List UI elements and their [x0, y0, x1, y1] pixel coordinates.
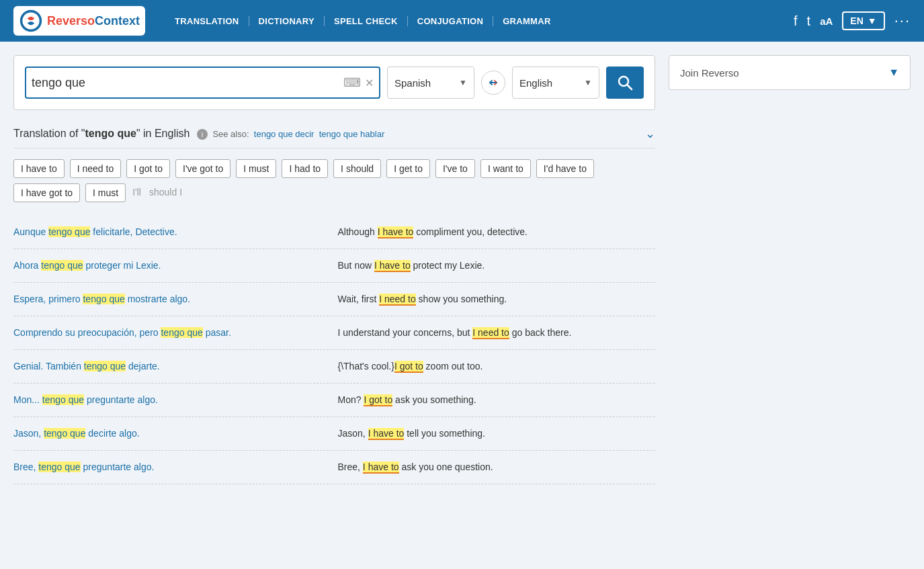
target-lang-arrow: ▼ — [584, 78, 592, 87]
translation-title: Translation of "tengo que" in English i … — [13, 128, 384, 140]
tag-id-have-to[interactable]: I'd have to — [536, 159, 594, 178]
table-row: Mon... tengo que preguntarte algo. Mon? … — [13, 384, 655, 417]
tag-i-should[interactable]: I should — [333, 159, 381, 178]
tag-should-i[interactable]: should I — [148, 183, 183, 202]
left-panel: ⌨ ✕ Spanish ▼ English ▼ — [13, 55, 655, 484]
search-input-wrapper: ⌨ ✕ — [25, 67, 380, 99]
svg-point-1 — [22, 12, 39, 29]
spanish-col: Jason, tengo que decirte algo. — [13, 427, 338, 441]
table-row: Aunque tengo que felicitarle, Detective.… — [13, 216, 655, 249]
english-col: I understand your concerns, but I need t… — [338, 326, 656, 340]
see-also-label: See also: — [212, 129, 249, 139]
font-size-toggle[interactable]: aA — [820, 15, 833, 27]
logo-context: Context — [95, 14, 140, 28]
source-lang-arrow: ▼ — [459, 78, 467, 87]
tags-row-1: I have to I need to I got to I've got to… — [13, 159, 655, 178]
translation-header: Translation of "tengo que" in English i … — [13, 120, 655, 148]
english-col: Bree, I have to ask you one question. — [338, 460, 656, 474]
target-lang-label: English — [519, 77, 552, 89]
target-language-selector[interactable]: English ▼ — [512, 67, 599, 99]
table-row: Bree, tengo que preguntarte algo. Bree, … — [13, 451, 655, 484]
more-options-btn[interactable]: ··· — [894, 12, 911, 30]
tag-i-need-to[interactable]: I need to — [70, 159, 122, 178]
svg-line-3 — [627, 85, 632, 89]
source-lang-label: Spanish — [394, 77, 431, 89]
spanish-col: Genial. También tengo que dejarte. — [13, 359, 338, 374]
table-row: Genial. También tengo que dejarte. {\Tha… — [13, 350, 655, 384]
tag-ill[interactable]: I'll — [131, 183, 142, 202]
tag-i-must-2[interactable]: I must — [85, 183, 126, 202]
table-row: Ahora tengo que proteger mi Lexie. But n… — [13, 249, 655, 283]
english-col: But now I have to protect my Lexie. — [338, 259, 656, 273]
tag-i-had-to[interactable]: I had to — [282, 159, 328, 178]
results-container: Aunque tengo que felicitarle, Detective.… — [13, 216, 655, 484]
selected-lang: EN — [850, 15, 863, 26]
swap-languages-btn[interactable] — [481, 71, 505, 95]
clear-icon[interactable]: ✕ — [365, 77, 374, 89]
spanish-col: Bree, tengo que preguntarte algo. — [13, 460, 338, 474]
tag-ive-to[interactable]: I've to — [435, 159, 475, 178]
nav-grammar[interactable]: GRAMMAR — [493, 16, 560, 26]
facebook-icon[interactable]: f — [794, 13, 798, 29]
header-right: f t aA EN ▼ ··· — [794, 11, 911, 30]
spanish-col: Mon... tengo que preguntarte algo. — [13, 393, 338, 407]
main-container: ⌨ ✕ Spanish ▼ English ▼ — [0, 42, 924, 498]
spanish-col: Aunque tengo que felicitarle, Detective. — [13, 225, 338, 239]
right-panel: Join Reverso ▼ — [669, 55, 911, 484]
english-col: Jason, I have to tell you something. — [338, 427, 656, 441]
tag-i-must[interactable]: I must — [236, 159, 276, 178]
keyboard-icon[interactable]: ⌨ — [343, 75, 361, 90]
logo[interactable]: Reverso Context — [13, 6, 145, 36]
query-text: tengo que — [85, 128, 136, 139]
search-button[interactable] — [606, 67, 644, 99]
tags-row-2: I have got to I must I'll should I — [13, 183, 655, 202]
header: Reverso Context TRANSLATION DICTIONARY S… — [0, 0, 924, 42]
nav-translation[interactable]: TRANSLATION — [165, 16, 249, 26]
english-col: {\That's cool.}I got to zoom out too. — [338, 359, 656, 374]
english-col: Mon? I got to ask you something. — [338, 393, 656, 407]
table-row: Jason, tengo que decirte algo. Jason, I … — [13, 417, 655, 451]
join-reverso-button[interactable]: Join Reverso ▼ — [669, 55, 911, 90]
twitter-icon[interactable]: t — [807, 13, 811, 29]
spanish-col: Espera, primero tengo que mostrarte algo… — [13, 292, 338, 306]
see-also-link-1[interactable]: tengo que decir — [254, 129, 314, 139]
english-col: Wait, first I need to show you something… — [338, 292, 656, 306]
expand-icon[interactable]: ⌄ — [645, 126, 655, 141]
table-row: Espera, primero tengo que mostrarte algo… — [13, 283, 655, 316]
table-row: Comprendo su preocupación, pero tengo qu… — [13, 316, 655, 350]
nav-spellcheck[interactable]: SPELL CHECK — [325, 16, 408, 26]
join-reverso-arrow: ▼ — [888, 67, 899, 79]
tag-i-want-to[interactable]: I want to — [480, 159, 531, 178]
spanish-col: Comprendo su preocupación, pero tengo qu… — [13, 326, 338, 340]
nav-conjugation[interactable]: CONJUGATION — [408, 16, 493, 26]
search-input[interactable] — [32, 76, 343, 90]
join-reverso-label: Join Reverso — [680, 67, 739, 79]
language-selector-btn[interactable]: EN ▼ — [842, 11, 884, 30]
tag-ive-got-to[interactable]: I've got to — [175, 159, 230, 178]
tag-i-have-to[interactable]: I have to — [13, 159, 65, 178]
info-icon[interactable]: i — [197, 129, 208, 140]
source-language-selector[interactable]: Spanish ▼ — [387, 67, 474, 99]
nav-dictionary[interactable]: DICTIONARY — [249, 16, 325, 26]
spanish-col: Ahora tengo que proteger mi Lexie. — [13, 259, 338, 273]
tag-i-get-to[interactable]: I get to — [386, 159, 430, 178]
english-col: Although I have to compliment you, detec… — [338, 225, 656, 239]
tag-i-have-got-to[interactable]: I have got to — [13, 183, 80, 202]
see-also-link-2[interactable]: tengo que hablar — [319, 129, 385, 139]
search-box: ⌨ ✕ Spanish ▼ English ▼ — [13, 55, 655, 110]
logo-reverso: Reverso — [47, 14, 95, 28]
nav: TRANSLATION DICTIONARY SPELL CHECK CONJU… — [165, 16, 560, 26]
tag-i-got-to[interactable]: I got to — [126, 159, 170, 178]
